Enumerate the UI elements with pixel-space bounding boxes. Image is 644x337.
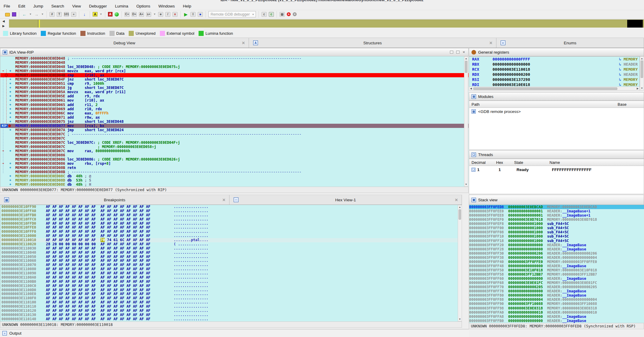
disasm-line[interactable]: MEMORY:000000003E0ED048 ; --------------… — [0, 56, 469, 61]
forward-caret-icon[interactable]: ▾ — [41, 12, 44, 17]
modules-col-base[interactable]: Base — [616, 102, 627, 107]
step-into-icon[interactable]: c — [262, 12, 267, 17]
register-row[interactable]: RSI000000003E137298↳ MEMORY — [469, 77, 640, 82]
step-over-icon[interactable]: c — [269, 12, 274, 17]
disasm-line[interactable]: MEMORY:000000003E0ED06C mov eax, 0FFFFh — [0, 111, 469, 115]
stack-row[interactable]: 000000003FF0FED8 000000003E0EBCAD MEMORY… — [469, 205, 644, 209]
disasm-line[interactable]: MEMORY:000000003E0ED07C ; MEMORY:0000000… — [0, 145, 469, 149]
hex-row[interactable]: 000000003E10FFC0AF AF AF AF AF AF AF AFA… — [0, 217, 462, 222]
stack-row[interactable]: 000000003FF0FF38 0000000000000004 HEADER… — [469, 256, 644, 260]
remove-breakpoint-icon[interactable]: × — [293, 12, 297, 16]
thread-row[interactable]: ❏ 1 1 Ready FFFFFFFFFFFFFFFF — [469, 166, 644, 173]
hex-row[interactable]: 000000003E110010AF AF AF AF AF AF AF AF7… — [0, 238, 462, 242]
tab-breakpoints[interactable]: ▤Breakpoints✕ — [0, 195, 229, 205]
disasm-line[interactable]: MEMORY:000000003E0ED04B cmp [r10], ax — [0, 73, 469, 77]
hex-row[interactable]: 000000003E1100E0AF AF AF AF AF AF AF AFA… — [0, 292, 462, 296]
threads-col-hex[interactable]: Hex — [494, 160, 512, 165]
threads-col-name[interactable]: Name — [547, 160, 560, 165]
make-name-icon[interactable]: A+ — [139, 12, 144, 17]
hex-row[interactable]: 000000003E10FFE0AF AF AF AF AF AF AF AFA… — [0, 226, 462, 230]
stack-row[interactable]: 000000003FF0FF70 0000000000000205 HEADER… — [469, 285, 644, 289]
hex-row[interactable]: 000000003E110040AF AF AF AF AF AF AF AFA… — [0, 251, 462, 255]
tab-enums[interactable]: ≡Enums — [496, 38, 644, 48]
disasm-line[interactable]: MEMORY:000000003E0ED04F jnz short loc_3E… — [0, 77, 469, 81]
stack-row[interactable]: 000000003FF0FF80 0000000000000000 HEADER… — [469, 293, 644, 297]
debugger-windows-icon[interactable]: ▤ — [280, 12, 285, 17]
jump-address-icon[interactable]: ↓ — [82, 12, 87, 17]
hex-row[interactable]: 000000003E110140AF AF AF AF AF AF AF AFA… — [0, 317, 462, 321]
disasm-line[interactable]: MEMORY:000000003E0ED07C loc_3E0ED07C: ; … — [0, 140, 469, 145]
menu-windows[interactable]: Windows — [158, 4, 175, 8]
disasm-line[interactable]: MEMORY:000000003E0ED07A jmp short loc_3E… — [0, 128, 469, 132]
menu-search[interactable]: Search — [51, 4, 64, 8]
stack-row[interactable]: 000000003FF0FFB0 0000000000000000 HEADER… — [469, 319, 644, 323]
threads-col-state[interactable]: State — [512, 160, 547, 165]
disasm-line[interactable]: MEMORY:000000003E0ED08E db 48h ; H — [0, 182, 469, 187]
nav-left-arrow-icon[interactable]: ◀ — [2, 19, 7, 23]
disasm-line[interactable]: MEMORY:000000003E0ED065 add r11, 2 — [0, 103, 469, 107]
forward-icon[interactable]: → — [34, 12, 39, 17]
save-icon[interactable] — [12, 12, 16, 16]
hex-row[interactable]: 000000003E11002028 20 00 00 00 00 00 00A… — [0, 242, 462, 247]
disassembly-view[interactable]: MEMORY:000000003E0ED048 ; --------------… — [0, 56, 469, 187]
module-row[interactable]: ▥ <GDB remote process> — [469, 108, 644, 115]
tab-structures[interactable]: AStructures✕ — [249, 38, 496, 48]
menu-view[interactable]: View — [72, 4, 81, 8]
menu-lumina[interactable]: Lumina — [115, 4, 128, 8]
hex-vscrollbar[interactable]: ▲ ▼ — [458, 205, 462, 321]
disasm-line[interactable]: MEMORY:000000003E0ED048 loc_3E0ED048: ; … — [0, 65, 469, 69]
disasm-line[interactable]: MEMORY:000000003E0ED08D db 53h ; S — [0, 178, 469, 182]
hex-row[interactable]: 000000003E1100B0AF AF AF AF AF AF AF AFA… — [0, 280, 462, 284]
navigator-strip[interactable] — [9, 19, 644, 28]
stack-row[interactable]: 000000003FF0FEF0 000000003E0D7018 MEMORY… — [469, 217, 644, 222]
register-row[interactable]: RDX0000000000000200↳ HEADER — [469, 72, 640, 77]
stack-row[interactable]: 000000003FF0FF78 0000000000000000 HEADER… — [469, 289, 644, 293]
hex-row[interactable]: 000000003E1100C0AF AF AF AF AF AF AF AFA… — [0, 284, 462, 288]
breakpoint-icon[interactable] — [5, 74, 8, 77]
menu-jump[interactable]: Jump — [33, 4, 43, 8]
hex-row[interactable]: 000000003E10FF90AF AF AF AF AF AF AF AFA… — [0, 205, 462, 209]
hex-view[interactable]: 000000003E10FF90AF AF AF AF AF AF AF AFA… — [0, 205, 462, 321]
stack-row[interactable]: 000000003FF0FF08 0000000000001000 sub_FA… — [469, 230, 644, 234]
search-value-icon[interactable]: 101 — [64, 12, 69, 17]
hex-row[interactable]: 000000003E10FFD0AF AF AF AF AF AF AF AFA… — [0, 222, 462, 226]
disasm-line[interactable]: MEMORY:000000003E0ED086 loc_3E0ED086: ; … — [0, 157, 469, 161]
menu-options[interactable]: Options — [136, 4, 150, 8]
tab-close-icon[interactable]: ✕ — [455, 198, 458, 202]
tab-close-icon[interactable]: ✕ — [242, 41, 245, 45]
registers-hscrollbar[interactable]: ◀ ▶ — [469, 87, 640, 90]
disasm-line[interactable]: MEMORY:000000003E0ED05A movzx eax, word … — [0, 90, 469, 94]
stack-row[interactable]: 000000003FF0FF68 000000003E0E01FC MEMORY… — [469, 281, 644, 285]
menu-help[interactable]: Help — [183, 4, 191, 8]
stack-row[interactable]: 000000003FF0FFA0 0000000000000010 HEADER… — [469, 310, 644, 315]
modules-header[interactable]: Path Base — [469, 101, 644, 108]
stack-row[interactable]: 000000003FF0FEF8 0000000000001000 sub_FA… — [469, 222, 644, 226]
hex-row[interactable]: 000000003E1100A0AF AF AF AF AF AF AF AFA… — [0, 276, 462, 280]
continue-process-icon[interactable]: ▶ — [183, 12, 188, 17]
color-caret-icon[interactable]: ▾ — [100, 12, 102, 17]
stack-row[interactable]: 000000003FF0FF60 0000000000000000 HEADER… — [469, 276, 644, 281]
stack-view[interactable]: 000000003FF0FED8 000000003E0EBCAD MEMORY… — [469, 205, 644, 323]
menu-file[interactable]: File — [4, 4, 10, 8]
disasm-line[interactable]: ➔MEMORY:000000003E0ED086 mov rbx, [rsp+8… — [0, 161, 469, 166]
register-row[interactable]: RBX0000000000000000↳ HEADER — [469, 62, 640, 67]
tab-hex-view-1[interactable]: □Hex View-1✕ — [229, 195, 462, 205]
disasm-line[interactable]: MEMORY:000000003E0ED051 cmp r9, 1000h — [0, 81, 469, 86]
disasm-line[interactable]: MEMORY:000000003E0ED086 — [0, 153, 469, 157]
stack-row[interactable]: 000000003FF0FF48 0000000000000000 HEADER… — [469, 264, 644, 268]
tab-debug-view[interactable]: Debug View✕ — [0, 38, 249, 48]
hex-row[interactable]: 000000003E10FFF0AF AF AF AF AF AF AF AFA… — [0, 230, 462, 234]
hex-row[interactable]: 000000003E1100F0AF AF AF AF AF AF AF AFA… — [0, 296, 462, 300]
stack-row[interactable]: 000000003FF0FF20 0000000000000000 HEADER… — [469, 243, 644, 247]
stack-row[interactable]: 000000003FF0FEE0 0000000000000001 HEADER… — [469, 209, 644, 213]
disasm-line[interactable]: MEMORY:000000003E0ED048 — [0, 61, 469, 65]
stack-row[interactable]: 000000003FF0FF30 0000000000000206 HEADER… — [469, 251, 644, 256]
problem-A-icon[interactable]: A — [108, 12, 112, 16]
hex-row[interactable]: 000000003E110090AF AF AF AF AF AF AF AFA… — [0, 271, 462, 276]
stack-row[interactable]: 000000003FF0FF50 000000003E10F018 MEMORY… — [469, 268, 644, 272]
register-row[interactable]: RCX000000003E110018↳ MEMORY — [469, 67, 640, 72]
hex-row[interactable]: 000000003E110130AF AF AF AF AF AF AF AFA… — [0, 313, 462, 317]
disasm-line[interactable]: MEMORY:000000003E0ED08B retn — [0, 166, 469, 170]
hex-row[interactable]: 000000003E10FFA0AF AF AF AF AF AF AF AFA… — [0, 209, 462, 213]
string-caret-icon[interactable]: ▾ — [153, 12, 156, 17]
